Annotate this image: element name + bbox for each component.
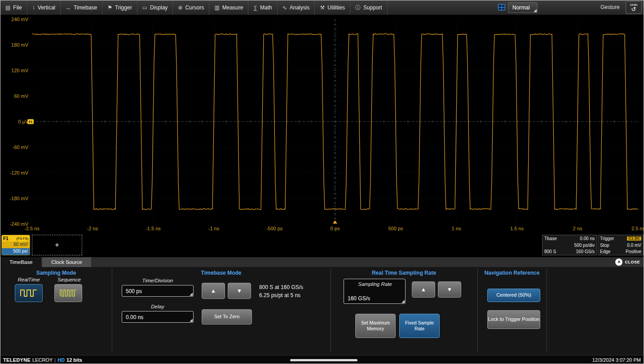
- f1-zero-marker[interactable]: F1: [27, 119, 34, 124]
- dialog-tab-bar: TimeBase Clock Source × CLOSE: [0, 257, 644, 267]
- time-division-up-button[interactable]: ▲: [202, 283, 225, 299]
- tbase-rate: 160 GS/s: [576, 249, 595, 254]
- trigger-descriptor[interactable]: Trigger C1 DC Stop 0.0 mV Edge Positive: [598, 235, 644, 255]
- fixed-sample-rate-button[interactable]: Fixed Sample Rate: [399, 314, 440, 338]
- timebase-descriptor[interactable]: Tbase 0.00 ns 500 ps/div 800 S 160 GS/s: [542, 235, 597, 255]
- set-maximum-memory-button[interactable]: Set Maximum Memory: [355, 314, 396, 338]
- realtime-waveform-icon: [20, 289, 37, 298]
- centered-50-button[interactable]: Centered (50%): [487, 289, 540, 302]
- set-to-zero-label: Set To Zero: [214, 314, 240, 320]
- info-line-2: 6.25 ps/pt at 5 ns: [259, 291, 303, 299]
- trigger-position-marker[interactable]: [333, 220, 337, 224]
- navigation-reference-title: Navigation Reference: [477, 270, 547, 276]
- sequence-label: Sequence: [53, 277, 85, 282]
- y-axis-label: -180 mV: [0, 196, 28, 201]
- status-bar: TELEDYNE LECROY | HD 12 bits 12/3/2024 3…: [0, 355, 644, 364]
- section-divider: [331, 268, 331, 352]
- trigger-source-badge: C1 DC: [627, 237, 641, 241]
- plus-icon: +: [55, 241, 59, 249]
- add-trace-button[interactable]: +: [32, 235, 82, 255]
- timebase-mode-title: Timebase Mode: [112, 270, 331, 276]
- sequence-mode-button[interactable]: [54, 284, 82, 302]
- sampling-rate-field[interactable]: Sampling Rate 160 GS/s: [344, 279, 406, 304]
- realtime-mode-button[interactable]: [15, 284, 43, 302]
- utilities-icon: ⚒: [320, 4, 325, 11]
- tbase-delay: 0.00 ns: [580, 236, 595, 241]
- section-divider: [112, 268, 112, 352]
- menu-label: Display: [150, 4, 168, 11]
- delay-field[interactable]: 0.00 ns: [122, 311, 194, 323]
- tbase-scale: 500 ps/div: [574, 243, 595, 248]
- f1-trace-descriptor[interactable]: F1 (F5-F6) 60 mV/ 500 ps/: [1, 235, 30, 255]
- menu-label: File: [13, 4, 22, 11]
- waveform-plot-area[interactable]: [32, 19, 638, 224]
- down-arrow-icon: ▼: [447, 286, 452, 293]
- set-to-zero-button[interactable]: Set To Zero: [202, 309, 252, 325]
- waveform-canvas: [32, 19, 638, 224]
- file-icon: ▤: [5, 4, 10, 11]
- menubar-right-cluster: Normal Gesture Undo ↺: [496, 0, 644, 15]
- y-axis-label: 0 µV: [0, 119, 28, 124]
- oscilloscope-app: ▤ File ↕ Vertical ↔ Timebase ⚑ Trigger ▭…: [0, 0, 644, 364]
- time-division-down-button[interactable]: ▼: [228, 283, 251, 299]
- time-division-label: Time/Division: [122, 278, 194, 283]
- tab-clock-source[interactable]: Clock Source: [42, 257, 91, 267]
- brand-logo: TELEDYNE LECROY | HD 12 bits: [0, 357, 82, 363]
- menu-label: Cursors: [185, 4, 204, 11]
- up-arrow-icon: ▲: [211, 288, 216, 294]
- scope-display: 240 mV 180 mV 120 mV 60 mV 0 µV -60 mV -…: [0, 15, 644, 235]
- y-axis-label: 180 mV: [0, 42, 28, 48]
- tab-timebase[interactable]: TimeBase: [0, 257, 41, 267]
- menu-item-math[interactable]: ∑ Math: [248, 0, 277, 15]
- x-axis-label: 500 ps: [388, 226, 403, 231]
- f1-volts-per-div: 60 mV/: [2, 241, 30, 248]
- gesture-button[interactable]: Gesture: [600, 4, 620, 10]
- x-axis-label: 1.5 ns: [510, 226, 524, 231]
- menu-item-utilities[interactable]: ⚒ Utilities: [315, 0, 350, 15]
- dialog-close-button[interactable]: × CLOSE: [615, 257, 644, 267]
- sampling-rate-down-button[interactable]: ▼: [438, 281, 461, 298]
- lock-to-trigger-position-button[interactable]: Lock to Trigger Position: [487, 310, 540, 329]
- grid-display-icon[interactable]: [498, 4, 505, 10]
- time-division-field[interactable]: 500 ps: [122, 285, 194, 297]
- tbase-label: Tbase: [544, 236, 557, 241]
- f1-time-per-div: 500 ps/: [2, 248, 30, 255]
- f1-descriptor-header: F1 (F5-F6): [2, 235, 30, 241]
- sampling-rate-up-button[interactable]: ▲: [412, 281, 435, 298]
- undo-button[interactable]: Undo ↺: [626, 1, 642, 14]
- menu-item-timebase[interactable]: ↔ Timebase: [61, 0, 102, 15]
- display-mode-label: Normal: [512, 4, 530, 11]
- display-mode-button[interactable]: Normal: [508, 2, 538, 13]
- x-axis-label: -500 ps: [266, 226, 283, 231]
- menu-item-vertical[interactable]: ↕ Vertical: [27, 0, 61, 15]
- menu-label: Utilities: [327, 4, 345, 11]
- support-icon: ⓘ: [355, 4, 361, 12]
- display-icon: ▭: [142, 4, 147, 11]
- menu-item-measure[interactable]: ▥ Measure: [209, 0, 248, 15]
- menu-item-analysis[interactable]: ∿ Analysis: [278, 0, 315, 15]
- brand-teledyne: TELEDYNE: [3, 357, 31, 363]
- menu-item-cursors[interactable]: ⊕ Cursors: [173, 0, 209, 15]
- vertical-icon: ↕: [32, 4, 35, 11]
- delay-label: Delay: [122, 304, 194, 309]
- sampling-rate-value: 160 GS/s: [348, 295, 370, 302]
- menu-label: Measure: [222, 4, 243, 11]
- close-icon: ×: [615, 259, 622, 266]
- analysis-icon: ∿: [282, 4, 287, 11]
- trigger-level: 0.0 mV: [627, 243, 641, 248]
- trigger-kind: Edge: [600, 249, 610, 254]
- menu-item-display[interactable]: ▭ Display: [137, 0, 173, 15]
- menu-item-file[interactable]: ▤ File: [0, 0, 27, 15]
- sampling-mode-title: Sampling Mode: [0, 270, 112, 276]
- menu-label: Support: [363, 4, 382, 11]
- set-maximum-memory-label: Set Maximum Memory: [356, 320, 395, 332]
- horizontal-scrollbar[interactable]: [290, 359, 357, 361]
- menu-bar: ▤ File ↕ Vertical ↔ Timebase ⚑ Trigger ▭…: [0, 0, 644, 15]
- trigger-mode: Stop: [600, 243, 609, 248]
- section-divider: [477, 268, 478, 352]
- menu-item-support[interactable]: ⓘ Support: [350, 0, 388, 15]
- centered-50-label: Centered (50%): [496, 292, 531, 298]
- menu-item-trigger[interactable]: ⚑ Trigger: [102, 0, 137, 15]
- descriptor-row: F1 (F5-F6) 60 mV/ 500 ps/ + Tbase 0.00 n…: [0, 235, 644, 256]
- menu-label: Math: [260, 4, 272, 11]
